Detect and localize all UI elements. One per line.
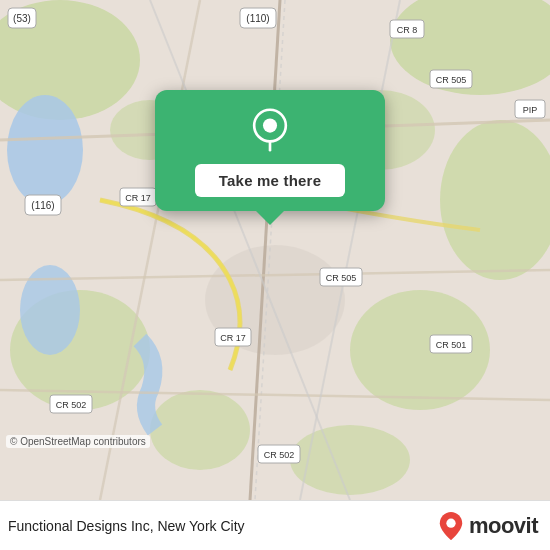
svg-text:CR 17: CR 17 [125, 193, 151, 203]
svg-text:CR 8: CR 8 [397, 25, 418, 35]
svg-text:CR 502: CR 502 [264, 450, 295, 460]
moovit-pin-icon [439, 512, 463, 540]
svg-text:PIP: PIP [523, 105, 538, 115]
svg-text:CR 501: CR 501 [436, 340, 467, 350]
svg-text:(53): (53) [13, 13, 31, 24]
svg-point-10 [7, 95, 83, 205]
popup-card: Take me there [155, 90, 385, 211]
svg-point-46 [263, 119, 277, 133]
bottom-bar: Functional Designs Inc, New York City mo… [0, 500, 550, 550]
svg-point-47 [446, 518, 455, 527]
location-pin-icon [248, 108, 292, 152]
svg-text:(116): (116) [31, 200, 54, 211]
map-container[interactable]: (53) (116) (110) CR 8 CR 505 PIP CR 17 C… [0, 0, 550, 500]
attribution: © OpenStreetMap contributors [6, 435, 150, 448]
svg-text:CR 505: CR 505 [326, 273, 357, 283]
svg-text:(110): (110) [246, 13, 269, 24]
map-background: (53) (116) (110) CR 8 CR 505 PIP CR 17 C… [0, 0, 550, 500]
location-name: Functional Designs Inc, New York City [8, 518, 245, 534]
svg-point-6 [150, 390, 250, 470]
take-me-there-button[interactable]: Take me there [195, 164, 345, 197]
svg-text:CR 505: CR 505 [436, 75, 467, 85]
svg-text:CR 17: CR 17 [220, 333, 246, 343]
moovit-logo: moovit [439, 512, 538, 540]
moovit-wordmark: moovit [469, 513, 538, 539]
svg-text:CR 502: CR 502 [56, 400, 87, 410]
